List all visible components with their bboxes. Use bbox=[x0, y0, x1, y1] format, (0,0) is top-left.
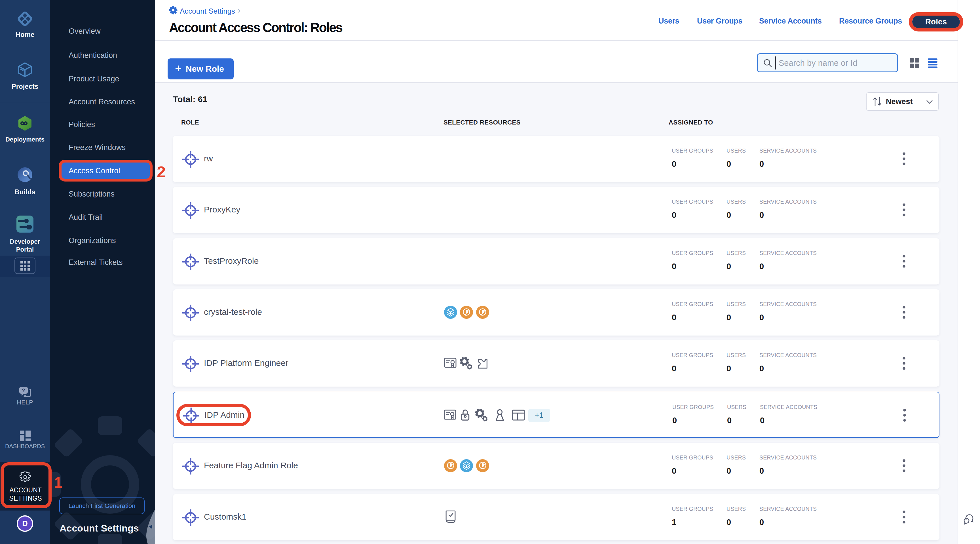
svg-text:?: ? bbox=[22, 388, 25, 393]
